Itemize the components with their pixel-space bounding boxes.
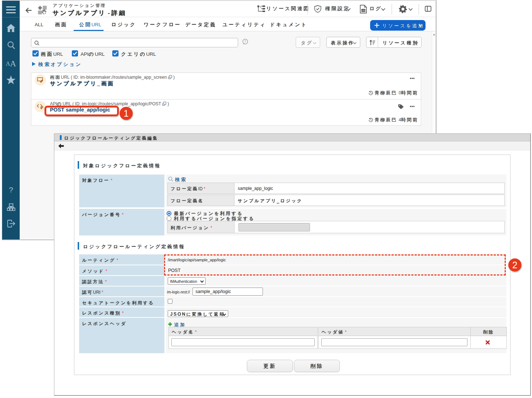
svg-text:LOG: LOG xyxy=(361,9,365,12)
svg-text:?: ? xyxy=(244,39,246,43)
